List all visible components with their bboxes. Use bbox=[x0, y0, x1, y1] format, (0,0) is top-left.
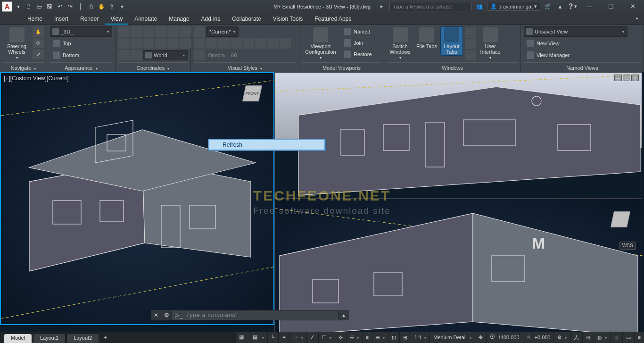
qat-undo-icon[interactable]: ↶ bbox=[56, 2, 64, 11]
tab-home[interactable]: Home bbox=[22, 13, 49, 25]
search-dropdown-icon[interactable]: ▸ bbox=[377, 3, 387, 9]
tab-manage[interactable]: Manage bbox=[163, 13, 195, 25]
qat-save-icon[interactable]: 🖫 bbox=[45, 2, 54, 11]
viewport-config-button[interactable]: Viewport Configuration bbox=[302, 26, 339, 60]
vs-b8-icon[interactable] bbox=[280, 38, 291, 49]
status-iso2-icon[interactable]: ☼ bbox=[610, 332, 622, 343]
tab-view[interactable]: View bbox=[105, 13, 129, 25]
qat-more-icon[interactable]: ▾ bbox=[118, 2, 126, 11]
qat-share-icon[interactable]: ⇪ bbox=[107, 2, 116, 11]
ucs-prev-icon[interactable] bbox=[155, 38, 166, 49]
status-clean-icon[interactable]: ▭ bbox=[622, 332, 634, 343]
app-exchange-icon[interactable]: ▲ bbox=[555, 4, 565, 9]
layout-tabs-button[interactable]: Layout Tabs bbox=[440, 26, 463, 56]
status-osnap-icon[interactable]: ∠ bbox=[306, 332, 318, 343]
ribbon-help-icon[interactable]: • bbox=[630, 13, 644, 25]
ucs-obj-icon[interactable] bbox=[180, 26, 191, 37]
user-interface-button[interactable]: User Interface bbox=[478, 26, 503, 60]
ucs-x-icon[interactable] bbox=[131, 26, 142, 37]
ucs-icon[interactable] bbox=[118, 26, 130, 37]
ucs-view-icon[interactable] bbox=[118, 38, 130, 49]
ucs-3p-icon[interactable] bbox=[131, 38, 142, 49]
switch-windows-button[interactable]: Switch Windows bbox=[387, 26, 413, 60]
minimize-button[interactable]: — bbox=[580, 0, 599, 13]
sheet-tab-layout2[interactable]: Layout2 bbox=[66, 334, 99, 343]
status-3dosnap-icon[interactable]: ☐ bbox=[318, 332, 335, 343]
coord-system-select[interactable]: World bbox=[143, 50, 188, 60]
status-custom-icon[interactable]: ≡ bbox=[634, 332, 644, 343]
user-account-button[interactable]: 👤 brayanmanigat ▾ bbox=[487, 2, 540, 11]
zoom-extents-icon[interactable]: ⤢ bbox=[33, 49, 44, 59]
status-model-icon[interactable]: ▦ bbox=[235, 332, 249, 343]
tab-vision-tools[interactable]: Vision Tools bbox=[267, 13, 309, 25]
tab-render[interactable]: Render bbox=[74, 13, 105, 25]
sheet-tab-layout1[interactable]: Layout1 bbox=[33, 334, 66, 343]
status-grid-icon[interactable]: ▦ bbox=[249, 332, 267, 343]
visual-style-select[interactable]: *Current* bbox=[206, 26, 239, 37]
add-layout-button[interactable]: + bbox=[100, 334, 110, 341]
pan-icon[interactable]: ✋ bbox=[33, 26, 44, 37]
vs-b2-icon[interactable] bbox=[206, 38, 217, 49]
doc-close-icon[interactable]: ✕ bbox=[631, 75, 639, 81]
tab-featured-apps[interactable]: Featured Apps bbox=[309, 13, 357, 25]
status-iso-icon[interactable]: ⟋ bbox=[289, 332, 306, 343]
vs-b3-icon[interactable] bbox=[218, 38, 230, 49]
ucs-toggle-icon[interactable] bbox=[118, 50, 130, 60]
qat-new-icon[interactable]: ▾ bbox=[14, 2, 23, 11]
view-top-button[interactable]: Top bbox=[50, 38, 74, 49]
maximize-button[interactable]: ☐ bbox=[602, 0, 620, 13]
doc-max-icon[interactable]: ☐ bbox=[623, 75, 630, 81]
status-anno-icon[interactable]: 人 bbox=[570, 332, 582, 343]
status-hw-icon[interactable]: ◍ bbox=[594, 332, 610, 343]
viewport-top-right[interactable]: — ☐ ✕ bbox=[274, 72, 642, 199]
status-perf-icon[interactable]: ⊛ bbox=[582, 332, 594, 343]
status-scale[interactable]: 1:1 bbox=[411, 332, 429, 343]
status-qp-icon[interactable]: ⊡ bbox=[388, 332, 399, 343]
status-ws-icon[interactable]: ⚙ bbox=[553, 332, 570, 343]
view-select[interactable]: _3D_ bbox=[50, 26, 112, 37]
status-ortho-icon[interactable]: └ bbox=[267, 332, 278, 343]
named-view-select[interactable]: Unsaved View bbox=[524, 26, 627, 37]
command-line[interactable]: ✕ ⚙ ▷_ Type a command ▴ bbox=[151, 310, 349, 320]
status-sc-icon[interactable]: ⊞ bbox=[399, 332, 411, 343]
tab-insert[interactable]: Insert bbox=[49, 13, 74, 25]
ucs-z-icon[interactable] bbox=[155, 26, 166, 37]
tab-annotate[interactable]: Annotate bbox=[129, 13, 163, 25]
vs-b6-icon[interactable] bbox=[255, 38, 266, 49]
signin-icon[interactable]: 👥 bbox=[475, 3, 484, 9]
ucs-face-icon[interactable] bbox=[167, 26, 179, 37]
doc-min-icon[interactable]: — bbox=[614, 75, 622, 81]
viewcontrols-icon[interactable] bbox=[194, 26, 205, 37]
tab-collaborate[interactable]: Collaborate bbox=[226, 13, 267, 25]
vp-named-button[interactable]: Named bbox=[341, 26, 375, 37]
qat-open-icon[interactable]: 🗁 bbox=[35, 2, 43, 11]
vp-restore-button[interactable]: Restore bbox=[341, 49, 375, 59]
vp-join-button[interactable]: Join bbox=[341, 38, 375, 48]
vs-b1-icon[interactable] bbox=[194, 38, 205, 49]
status-coord[interactable]: ⦿1400.000 bbox=[486, 332, 523, 343]
cascade-icon[interactable] bbox=[465, 50, 476, 60]
context-menu-refresh[interactable]: Refresh bbox=[208, 139, 326, 151]
cmdline-expand-icon[interactable]: ▴ bbox=[339, 310, 349, 320]
help-icon[interactable]: ❔▾ bbox=[568, 3, 577, 9]
ucs-origin-icon[interactable] bbox=[167, 38, 179, 49]
vs-b7-icon[interactable] bbox=[267, 38, 279, 49]
cmdline-settings-icon[interactable]: ⚙ bbox=[161, 310, 172, 320]
qat-new-doc-icon[interactable]: 🗋 bbox=[25, 2, 33, 11]
cmdline-close-icon[interactable]: ✕ bbox=[151, 310, 161, 320]
command-input[interactable]: ▷_ Type a command bbox=[172, 310, 339, 320]
view-bottom-button[interactable]: Bottom bbox=[50, 50, 82, 60]
ucs-named-icon[interactable] bbox=[131, 50, 142, 60]
close-button[interactable]: ✕ bbox=[623, 0, 642, 13]
view-manager-button[interactable]: View Manager bbox=[524, 50, 572, 60]
ucs-y-icon[interactable] bbox=[143, 26, 154, 37]
cart-icon[interactable]: 🛒 bbox=[543, 3, 553, 9]
orbit-icon[interactable]: ⟳ bbox=[33, 38, 44, 48]
vs-b5-icon[interactable] bbox=[243, 38, 254, 49]
app-logo[interactable]: A bbox=[2, 1, 12, 12]
status-dyn-icon[interactable]: ✢ bbox=[346, 332, 362, 343]
help-search-input[interactable]: Type a keyword or phrase bbox=[389, 2, 472, 11]
status-tpy-icon[interactable]: ⊕ bbox=[372, 332, 388, 343]
steering-wheels-button[interactable]: Steering Wheels bbox=[3, 26, 31, 60]
menu-item-refresh[interactable]: Refresh bbox=[209, 140, 325, 150]
